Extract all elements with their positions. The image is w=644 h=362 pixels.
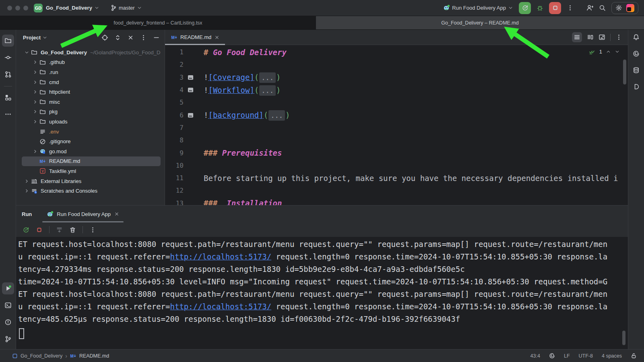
editor-line-13[interactable]: 13### Installation	[165, 197, 628, 205]
tree-item-uploads[interactable]: uploads	[22, 117, 161, 127]
editor-tab-readme[interactable]: M README.md	[165, 30, 225, 45]
preview-only-view-button[interactable]	[599, 34, 605, 41]
notifications-button[interactable]	[633, 34, 640, 41]
console-options-button[interactable]	[89, 226, 96, 233]
database-tool-button[interactable]	[633, 67, 640, 74]
documentation-tool-button[interactable]	[633, 83, 640, 90]
editor-line-6[interactable]: 6![background](...)	[165, 109, 628, 121]
indent-widget[interactable]: 4 spaces	[602, 353, 622, 359]
editor-line-4[interactable]: 4![Workflow](...)	[165, 84, 628, 96]
close-run-tab-icon[interactable]	[114, 211, 120, 217]
read-write-lock-icon[interactable]	[631, 353, 637, 359]
run-tab[interactable]: Run Food Delivery App	[42, 206, 124, 222]
line-separator-widget[interactable]: LF	[564, 353, 570, 359]
tree-item-go-food-delivery[interactable]: Go_Food_Delivery~/GolandProjects/Go_Food…	[22, 47, 161, 58]
tree-item-pkg[interactable]: pkg	[22, 107, 161, 117]
stop-button[interactable]	[549, 2, 561, 14]
breadcrumb-file[interactable]: README.md	[79, 353, 109, 359]
chevron-right-icon[interactable]	[32, 60, 38, 65]
stop-button[interactable]	[36, 226, 43, 233]
minimize-window-button[interactable]	[15, 6, 20, 10]
chevron-right-icon[interactable]	[32, 149, 38, 154]
scroll-to-end-button[interactable]	[56, 226, 63, 233]
editor-line-3[interactable]: 3![Coverage](...)	[165, 71, 628, 84]
markdown-link[interactable]: [Coverage]	[208, 73, 254, 82]
chevron-down-icon[interactable]	[42, 35, 47, 40]
editor-line-11[interactable]: 11Before starting up this project, make …	[165, 172, 628, 184]
project-tool-button[interactable]	[2, 35, 14, 47]
run-tool-button[interactable]	[2, 282, 14, 294]
editor-line-8[interactable]: 8	[165, 134, 628, 146]
profile-gradient-icon[interactable]	[626, 4, 634, 12]
prev-problem-button[interactable]	[606, 49, 611, 54]
more-actions-button[interactable]	[567, 4, 574, 11]
image-preview-gutter-icon[interactable]	[184, 112, 197, 118]
markdown-link[interactable]: [Workflow]	[208, 86, 254, 95]
settings-gear-button[interactable]	[615, 4, 622, 11]
editor-line-12[interactable]: 12	[165, 184, 628, 197]
image-preview-gutter-icon[interactable]	[184, 74, 197, 80]
chevron-right-icon[interactable]	[32, 89, 38, 95]
editor-line-9[interactable]: 9### Prerequisites	[165, 146, 628, 159]
tree-item-scratches-and-consoles[interactable]: Scratches and Consoles	[22, 186, 161, 196]
folded-region[interactable]: ...	[259, 72, 276, 83]
search-everywhere-button[interactable]	[599, 4, 606, 11]
macos-traffic-lights[interactable]	[7, 6, 28, 10]
chevron-right-icon[interactable]	[23, 179, 30, 184]
commit-tool-button[interactable]	[2, 51, 14, 64]
expand-all-button[interactable]	[114, 34, 121, 41]
chevron-down-icon[interactable]	[23, 50, 30, 55]
ai-assistant-button[interactable]	[633, 50, 640, 57]
tree-item-go-mod[interactable]: go.mod	[22, 146, 161, 156]
code-with-me-button[interactable]	[586, 4, 593, 11]
encoding-widget[interactable]: UTF-8	[579, 353, 593, 359]
window-tab-frontend[interactable]: food_delivery_frontend – CartListing.tsx	[0, 16, 316, 29]
tree-item--gitignore[interactable]: .gitignore	[22, 136, 161, 146]
tree-item-cmd[interactable]: cmd	[22, 77, 161, 87]
tree-item-external-libraries[interactable]: External Libraries	[22, 176, 161, 186]
more-tools-button[interactable]	[2, 108, 14, 120]
tree-item--run[interactable]: .run	[22, 67, 161, 77]
structure-tool-button[interactable]	[2, 91, 14, 103]
tree-item-taskfile-yml[interactable]: YTaskfile.yml	[22, 166, 161, 176]
editor-line-10[interactable]: 10	[165, 159, 628, 172]
editor-options-button[interactable]	[615, 34, 622, 41]
editor-line-5[interactable]: 5	[165, 96, 628, 109]
chevron-right-icon[interactable]	[32, 109, 38, 114]
editor-scrollbar[interactable]	[623, 60, 626, 84]
clear-console-button[interactable]	[69, 226, 76, 233]
console-url-link[interactable]: http://localhost:5173/	[170, 252, 272, 261]
run-console[interactable]: ET request.host=localhost:8080 request.p…	[16, 237, 628, 349]
locate-file-button[interactable]	[101, 34, 108, 41]
editor-body[interactable]: 1# Go Food Delivery23![Coverage](...)4![…	[165, 45, 628, 205]
chevron-right-icon[interactable]	[23, 188, 30, 193]
tree-item-httpclient[interactable]: httpclient	[22, 87, 161, 97]
tree-item--github[interactable]: .github	[22, 58, 161, 68]
chevron-right-icon[interactable]	[32, 119, 38, 124]
pull-requests-tool-button[interactable]	[2, 68, 14, 80]
close-tab-icon[interactable]	[214, 35, 220, 40]
debug-button[interactable]	[537, 4, 543, 11]
image-preview-gutter-icon[interactable]	[184, 87, 197, 93]
status-breadcrumb[interactable]: Go_Food_Delivery › M README.md	[12, 353, 109, 359]
collapse-all-button[interactable]	[127, 34, 134, 41]
editor-line-7[interactable]: 7	[165, 121, 628, 134]
git-tool-button[interactable]	[2, 333, 14, 345]
ai-status-icon[interactable]	[549, 353, 555, 359]
chevron-right-icon[interactable]	[32, 80, 38, 85]
zoom-window-button[interactable]	[23, 6, 28, 10]
panel-options-button[interactable]	[140, 34, 147, 41]
rerun-button[interactable]	[23, 226, 29, 233]
chevron-right-icon[interactable]	[32, 70, 38, 75]
console-url-link[interactable]: http://localhost:5173/	[170, 302, 272, 311]
console-scrollbar[interactable]	[622, 331, 625, 345]
window-tab-backend[interactable]: Go_Food_Delivery – README.md	[316, 16, 644, 29]
breadcrumb-project[interactable]: Go_Food_Delivery	[21, 353, 62, 359]
chevron-right-icon[interactable]	[32, 99, 38, 105]
cursor-position-widget[interactable]: 43:4	[530, 353, 540, 359]
editor-line-2[interactable]: 2	[165, 58, 628, 71]
folded-region[interactable]: ...	[268, 110, 285, 121]
tree-item-readme-md[interactable]: MREADME.md	[22, 156, 161, 167]
hide-panel-button[interactable]	[153, 34, 160, 41]
inspection-widget[interactable]: 1	[589, 48, 620, 55]
